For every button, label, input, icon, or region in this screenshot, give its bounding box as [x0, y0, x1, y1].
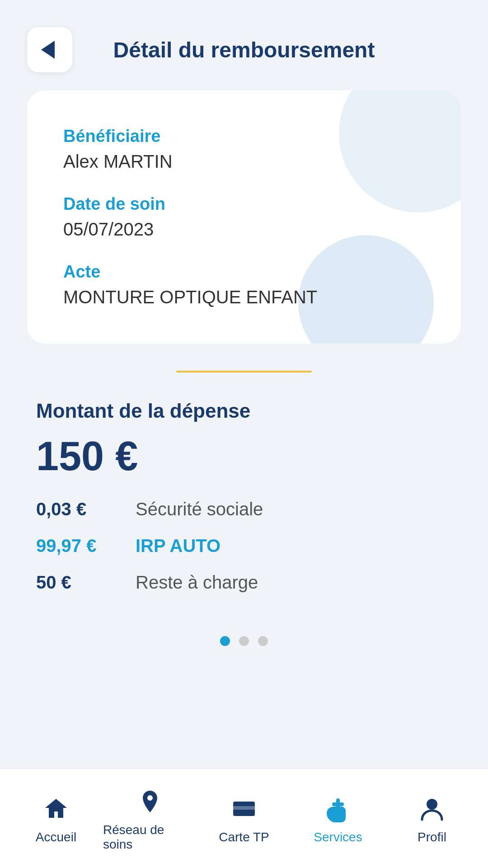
- nav-item-profil[interactable]: Profil: [385, 793, 479, 844]
- location-icon: [134, 786, 166, 817]
- dot-1[interactable]: [239, 636, 249, 646]
- act-value: MONTURE OPTIQUE ENFANT: [63, 287, 425, 307]
- amount-title: Montant de la dépense: [36, 400, 452, 422]
- date-field: Date de soin 05/07/2023: [63, 194, 425, 240]
- nav-item-accueil[interactable]: Accueil: [9, 793, 103, 844]
- page-title: Détail du remboursement: [72, 38, 461, 62]
- dot-2[interactable]: [258, 636, 268, 646]
- beneficiary-label: Bénéficiaire: [63, 127, 425, 146]
- profile-icon: [416, 793, 448, 825]
- date-value: 05/07/2023: [63, 219, 425, 240]
- card-icon: [228, 793, 260, 825]
- services-icon: [322, 793, 354, 825]
- header: Détail du remboursement: [0, 0, 488, 90]
- breakdown-amount-2: 50 €: [36, 572, 136, 593]
- nav-label-carte: Carte TP: [219, 830, 269, 844]
- breakdown-amount-0: 0,03 €: [36, 499, 136, 519]
- nav-label-services: Services: [314, 830, 362, 844]
- amount-section: Montant de la dépense 150 € 0,03 € Sécur…: [27, 400, 461, 593]
- breakdown-item-2: 50 € Reste à charge: [36, 572, 452, 593]
- breakdown-label-1: IRP AUTO: [136, 536, 221, 556]
- nav-label-profil: Profil: [418, 830, 446, 844]
- nav-label-reseau: Réseau de soins: [103, 823, 197, 852]
- nav-item-services[interactable]: Services: [291, 793, 385, 844]
- svg-rect-1: [233, 806, 255, 810]
- main-content: Bénéficiaire Alex MARTIN Date de soin 05…: [0, 90, 488, 769]
- act-field: Acte MONTURE OPTIQUE ENFANT: [63, 262, 425, 307]
- nav-item-reseau[interactable]: Réseau de soins: [103, 786, 197, 852]
- breakdown-item-0: 0,03 € Sécurité sociale: [36, 499, 452, 519]
- nav-label-accueil: Accueil: [36, 830, 76, 844]
- act-label: Acte: [63, 262, 425, 282]
- beneficiary-value: Alex MARTIN: [63, 151, 425, 172]
- info-card: Bénéficiaire Alex MARTIN Date de soin 05…: [27, 90, 461, 344]
- amount-total: 150 €: [36, 436, 452, 476]
- dot-0[interactable]: [220, 636, 230, 646]
- date-label: Date de soin: [63, 194, 425, 214]
- bottom-nav: Accueil Réseau de soins Carte TP: [0, 769, 488, 868]
- back-arrow-icon: [41, 41, 55, 59]
- screen: Détail du remboursement Bénéficiaire Ale…: [0, 0, 488, 868]
- svg-rect-3: [332, 802, 344, 806]
- home-icon: [40, 793, 72, 825]
- svg-point-4: [427, 799, 437, 810]
- breakdown-amount-1: 99,97 €: [36, 536, 136, 556]
- breakdown-label-2: Reste à charge: [136, 572, 258, 593]
- divider: [176, 371, 312, 373]
- pagination: [27, 609, 461, 664]
- breakdown-label-0: Sécurité sociale: [136, 499, 263, 519]
- back-button[interactable]: [27, 27, 72, 72]
- beneficiary-field: Bénéficiaire Alex MARTIN: [63, 127, 425, 172]
- nav-item-carte[interactable]: Carte TP: [197, 793, 291, 844]
- breakdown-item-1: 99,97 € IRP AUTO: [36, 536, 452, 556]
